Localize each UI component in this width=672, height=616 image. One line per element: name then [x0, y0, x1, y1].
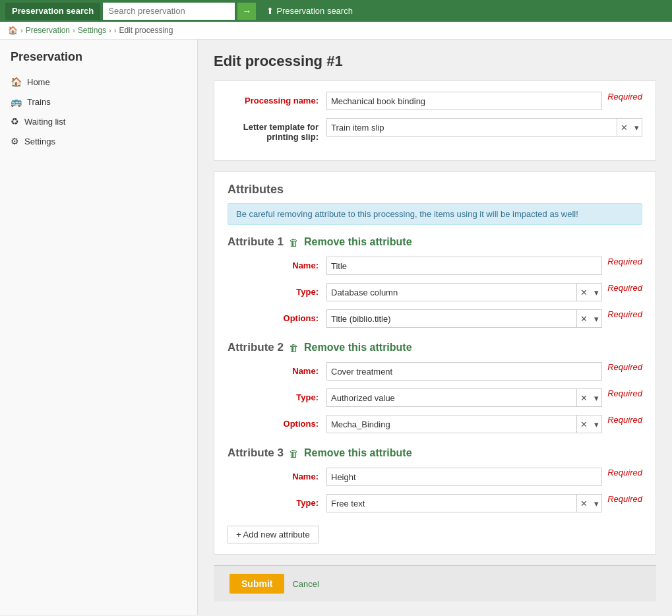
- attribute-1-name-label: Name:: [228, 257, 326, 270]
- attribute-1-type-dropdown-button[interactable]: ▾: [591, 283, 602, 301]
- attribute-2-options-input[interactable]: [326, 415, 602, 433]
- sidebar-item-settings-label: Settings: [24, 137, 55, 146]
- processing-name-input[interactable]: [326, 92, 602, 110]
- attribute-1-remove-link[interactable]: Remove this attribute: [304, 236, 412, 248]
- cancel-link[interactable]: Cancel: [292, 579, 319, 589]
- breadcrumb-preservation[interactable]: Preservation: [26, 26, 70, 35]
- letter-template-row: Letter template for printing slip: ✕ ▾: [228, 118, 642, 142]
- home-icon: 🏠: [11, 77, 22, 87]
- sidebar-title: Preservation: [0, 50, 197, 72]
- attribute-2-title: Attribute 2: [228, 341, 284, 354]
- attribute-2-type-input[interactable]: [326, 388, 602, 407]
- attribute-2-header: Attribute 2 🗑 Remove this attribute: [228, 341, 642, 354]
- attribute-1-type-required: Required: [607, 283, 642, 293]
- letter-template-clear-button[interactable]: ✕: [617, 118, 631, 137]
- attribute-3-name-row: Name: Required: [228, 468, 642, 486]
- attribute-2-type-required: Required: [607, 388, 642, 398]
- attribute-1-name-input[interactable]: [326, 257, 602, 275]
- attribute-3-type-clear-button[interactable]: ✕: [577, 494, 591, 512]
- attribute-block-2: Attribute 2 🗑 Remove this attribute Name…: [228, 341, 642, 433]
- attribute-1-type-input[interactable]: [326, 283, 602, 301]
- attribute-2-name-label: Name:: [228, 362, 326, 376]
- sidebar-item-trains[interactable]: 🚌 Trains: [0, 92, 197, 111]
- home-icon[interactable]: 🏠: [8, 26, 18, 35]
- attribute-3-header: Attribute 3 🗑 Remove this attribute: [228, 447, 642, 460]
- attributes-title: Attributes: [228, 183, 642, 197]
- attribute-3-remove-link[interactable]: Remove this attribute: [304, 447, 412, 459]
- processing-name-label: Processing name:: [228, 92, 326, 106]
- attribute-1-options-dropdown-button[interactable]: ▾: [591, 309, 602, 328]
- preservation-search-nav-link[interactable]: ⬆ Preservation search: [266, 6, 353, 16]
- attribute-1-type-clear-button[interactable]: ✕: [577, 283, 591, 301]
- content: Edit processing #1 Processing name: Requ…: [198, 40, 672, 615]
- attribute-1-options-select-wrap: ✕ ▾: [326, 309, 602, 328]
- letter-template-input[interactable]: [326, 118, 642, 137]
- attribute-3-title: Attribute 3: [228, 447, 284, 460]
- attribute-2-name-input[interactable]: [326, 362, 602, 381]
- attribute-2-options-required: Required: [607, 415, 642, 425]
- attribute-1-options-controls: ✕ ▾: [576, 309, 602, 328]
- trash-icon-1: 🗑: [289, 237, 299, 248]
- attribute-2-options-controls: ✕ ▾: [576, 415, 602, 433]
- attribute-2-options-clear-button[interactable]: ✕: [577, 415, 591, 433]
- attribute-3-type-dropdown-button[interactable]: ▾: [591, 494, 602, 512]
- attribute-1-name-row: Name: Required: [228, 257, 642, 275]
- attribute-1-type-select-wrap: ✕ ▾: [326, 283, 602, 301]
- attribute-1-options-label: Options:: [228, 309, 326, 323]
- waiting-list-icon: ♻: [11, 116, 19, 127]
- attribute-1-title: Attribute 1: [228, 235, 284, 249]
- nav-link-label: Preservation search: [276, 6, 353, 16]
- sidebar-item-waiting-list-label: Waiting list: [24, 117, 65, 127]
- search-input[interactable]: [103, 3, 235, 20]
- attribute-2-type-select-wrap: ✕ ▾: [326, 388, 602, 407]
- attribute-1-options-required: Required: [607, 309, 642, 319]
- attribute-3-name-label: Name:: [228, 468, 326, 481]
- topbar: Preservation search → ⬆ Preservation sea…: [0, 0, 672, 22]
- attribute-2-remove-link[interactable]: Remove this attribute: [304, 342, 412, 354]
- attribute-2-options-row: Options: ✕ ▾ Required: [228, 415, 642, 433]
- attributes-card: Attributes Be careful removing attribute…: [214, 171, 656, 555]
- attribute-1-options-clear-button[interactable]: ✕: [577, 309, 591, 328]
- attribute-3-name-input[interactable]: [326, 468, 602, 486]
- attribute-block-1: Attribute 1 🗑 Remove this attribute Name…: [228, 235, 642, 328]
- attribute-3-name-required: Required: [607, 468, 642, 477]
- attribute-2-options-dropdown-button[interactable]: ▾: [591, 415, 602, 433]
- breadcrumb-sep-2: ›: [73, 26, 75, 34]
- attribute-2-options-label: Options:: [228, 415, 326, 429]
- submit-button[interactable]: Submit: [229, 574, 284, 594]
- attribute-1-options-row: Options: ✕ ▾ Required: [228, 309, 642, 328]
- preservation-search-button[interactable]: Preservation search: [5, 3, 100, 20]
- attribute-2-type-dropdown-button[interactable]: ▾: [591, 388, 602, 407]
- sidebar-item-trains-label: Trains: [27, 97, 51, 107]
- trash-icon-2: 🗑: [289, 342, 299, 354]
- breadcrumb: 🏠 › Preservation › Settings › › Edit pro…: [0, 22, 672, 40]
- add-new-attribute-button[interactable]: + Add new attribute: [228, 526, 319, 543]
- attribute-3-type-input[interactable]: [326, 494, 602, 512]
- letter-template-dropdown-button[interactable]: ▾: [631, 118, 642, 137]
- breadcrumb-current: Edit processing: [119, 26, 173, 35]
- attribute-2-type-clear-button[interactable]: ✕: [577, 388, 591, 407]
- letter-template-controls: ✕ ▾: [617, 118, 642, 137]
- breadcrumb-sep-4: ›: [114, 26, 117, 34]
- processing-name-required: Required: [607, 92, 642, 102]
- letter-template-select-wrap: ✕ ▾: [326, 118, 642, 137]
- processing-name-row: Processing name: Required: [228, 92, 642, 110]
- attribute-2-type-controls: ✕ ▾: [576, 388, 602, 407]
- attribute-2-type-row: Type: ✕ ▾ Required: [228, 388, 642, 407]
- attribute-2-options-select-wrap: ✕ ▾: [326, 415, 602, 433]
- breadcrumb-settings[interactable]: Settings: [78, 26, 106, 35]
- attributes-warning: Be careful removing attribute to this pr…: [228, 203, 642, 225]
- search-go-button[interactable]: →: [237, 3, 256, 20]
- attribute-1-options-input[interactable]: [326, 309, 602, 328]
- attribute-3-type-row: Type: ✕ ▾ Required: [228, 494, 642, 512]
- sidebar-item-settings[interactable]: ⚙ Settings: [0, 131, 197, 151]
- attribute-1-header: Attribute 1 🗑 Remove this attribute: [228, 235, 642, 249]
- sidebar-item-home[interactable]: 🏠 Home: [0, 72, 197, 92]
- sidebar-item-waiting-list[interactable]: ♻ Waiting list: [0, 111, 197, 131]
- attribute-block-3: Attribute 3 🗑 Remove this attribute Name…: [228, 447, 642, 512]
- sidebar: Preservation 🏠 Home 🚌 Trains ♻ Waiting l…: [0, 40, 198, 615]
- attribute-1-type-controls: ✕ ▾: [576, 283, 602, 301]
- sidebar-item-home-label: Home: [27, 77, 50, 87]
- main-layout: Preservation 🏠 Home 🚌 Trains ♻ Waiting l…: [0, 40, 672, 615]
- attribute-3-type-label: Type:: [228, 494, 326, 508]
